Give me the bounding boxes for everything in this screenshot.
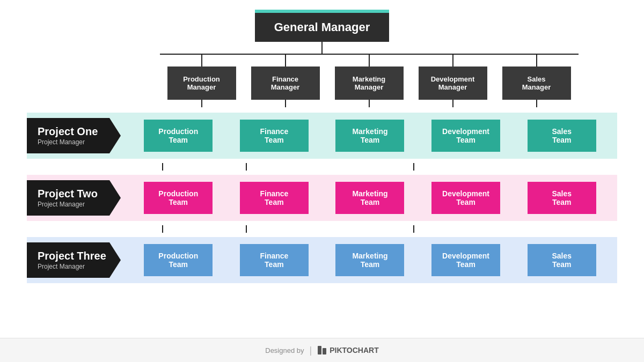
- general-manager-label: General Manager: [274, 20, 370, 34]
- project-two-label: Project Two Project Manager: [27, 180, 121, 216]
- p3-finance-team: FinanceTeam: [240, 244, 309, 276]
- project-three-band: Project Three Project Manager Production…: [27, 237, 617, 283]
- connector-p1-p2: [121, 163, 539, 171]
- p2-marketing-team: MarketingTeam: [335, 182, 404, 214]
- connector-managers-to-p1: [160, 100, 579, 107]
- footer-brand: PIKTOCHART: [317, 345, 379, 355]
- manager-col-sales: SalesManager: [495, 55, 579, 100]
- sales-manager-label: SalesManager: [522, 75, 551, 91]
- p2-sales-team: SalesTeam: [528, 182, 596, 214]
- p1-finance-team: FinanceTeam: [240, 120, 309, 152]
- development-manager-box: DevelopmentManager: [419, 67, 487, 100]
- general-manager-box: General Manager: [255, 10, 390, 42]
- gm-connector: [321, 42, 323, 54]
- p1-sales-team: SalesTeam: [528, 120, 596, 152]
- p3-sales-team: SalesTeam: [528, 244, 596, 276]
- manager-line-finance: [285, 55, 286, 67]
- finance-manager-box: FinanceManager: [251, 67, 320, 100]
- svg-rect-1: [323, 348, 326, 354]
- manager-col-production: ProductionManager: [160, 55, 244, 100]
- project-three-sub: Project Manager: [38, 263, 111, 270]
- footer-designed-by: Designed by: [265, 346, 304, 354]
- manager-line-production: [201, 55, 202, 67]
- marketing-manager-label: MarketingManager: [353, 75, 385, 91]
- project-three-name: Project Three: [38, 250, 111, 262]
- footer-brand-name: PIKTOCHART: [330, 346, 379, 354]
- project-three-label: Project Three Project Manager: [27, 242, 121, 278]
- p3-production-team: ProductionTeam: [144, 244, 213, 276]
- finance-manager-label: FinanceManager: [271, 75, 299, 91]
- project-three-teams: ProductionTeam FinanceTeam MarketingTeam…: [130, 244, 610, 276]
- p2-production-team: ProductionTeam: [144, 182, 213, 214]
- connector-p2-p3: [121, 225, 539, 233]
- manager-line-sales: [536, 55, 537, 67]
- footer-divider: |: [310, 345, 312, 356]
- projects-wrapper: Project One Project Manager ProductionTe…: [27, 113, 617, 283]
- footer: Designed by | PIKTOCHART: [0, 338, 644, 362]
- p1-development-team: DevelopmentTeam: [431, 120, 500, 152]
- p1-production-team: ProductionTeam: [144, 120, 213, 152]
- p3-marketing-team: MarketingTeam: [335, 244, 404, 276]
- p2-development-team: DevelopmentTeam: [431, 182, 500, 214]
- manager-line-marketing: [369, 55, 370, 67]
- sales-manager-box: SalesManager: [502, 67, 571, 100]
- production-manager-label: ProductionManager: [183, 75, 220, 91]
- project-two-band: Project Two Project Manager ProductionTe…: [27, 175, 617, 221]
- marketing-manager-box: MarketingManager: [335, 67, 404, 100]
- p1-marketing-team: MarketingTeam: [335, 120, 404, 152]
- manager-line-development: [452, 55, 453, 67]
- svg-rect-0: [318, 346, 321, 354]
- main-container: General Manager ProductionManager Financ…: [0, 0, 644, 338]
- production-manager-box: ProductionManager: [167, 67, 236, 100]
- project-two-teams: ProductionTeam FinanceTeam MarketingTeam…: [130, 182, 610, 214]
- manager-col-finance: FinanceManager: [244, 55, 327, 100]
- project-two-sub: Project Manager: [38, 201, 111, 208]
- project-one-name: Project One: [38, 125, 111, 137]
- project-one-band: Project One Project Manager ProductionTe…: [27, 113, 617, 159]
- manager-col-development: DevelopmentManager: [411, 55, 495, 100]
- project-one-sub: Project Manager: [38, 138, 111, 146]
- manager-col-marketing: MarketingManager: [327, 55, 411, 100]
- project-one-label: Project One Project Manager: [27, 118, 121, 153]
- project-one-teams: ProductionTeam FinanceTeam MarketingTeam…: [130, 120, 610, 152]
- project-two-name: Project Two: [38, 188, 111, 200]
- gm-row: General Manager: [16, 10, 628, 42]
- piktochart-icon: [317, 345, 327, 355]
- managers-section: ProductionManager FinanceManager Marketi…: [160, 55, 579, 100]
- development-manager-label: DevelopmentManager: [431, 75, 475, 91]
- p3-development-team: DevelopmentTeam: [431, 244, 500, 276]
- p2-finance-team: FinanceTeam: [240, 182, 309, 214]
